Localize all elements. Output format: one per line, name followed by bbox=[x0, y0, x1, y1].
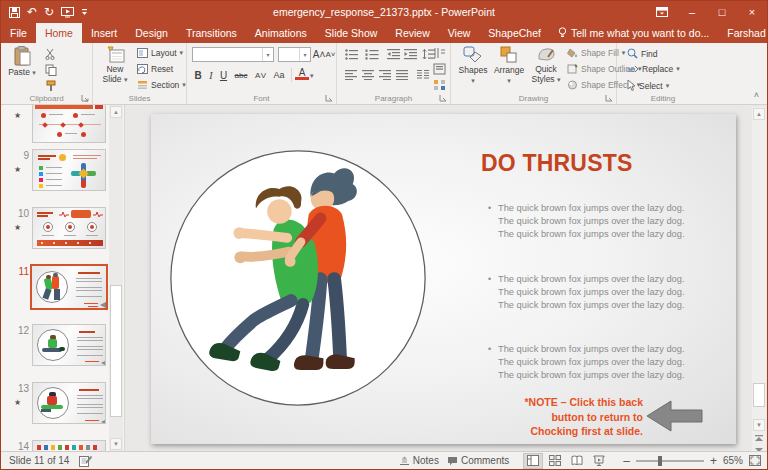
panel-scroll-up-button[interactable]: ▲ bbox=[110, 106, 122, 118]
font-name-dropdown[interactable]: ▾ bbox=[262, 48, 273, 61]
change-case-button[interactable]: Aa bbox=[271, 67, 287, 83]
align-left-icon[interactable] bbox=[345, 70, 357, 80]
section-button[interactable]: Section▾ bbox=[137, 80, 186, 90]
slide-title[interactable]: DO THRUSTS bbox=[481, 150, 736, 177]
fit-slide-to-window-button[interactable] bbox=[749, 455, 761, 466]
format-painter-button[interactable] bbox=[45, 80, 57, 92]
slideshow-view-button[interactable] bbox=[589, 453, 609, 469]
save-icon[interactable] bbox=[9, 7, 20, 18]
columns-icon[interactable] bbox=[417, 70, 429, 80]
zoom-slider-thumb[interactable] bbox=[658, 456, 662, 466]
text-direction-icon[interactable] bbox=[433, 47, 446, 59]
find-button[interactable]: Find bbox=[627, 48, 658, 59]
thumbnail-slide-13[interactable] bbox=[32, 382, 106, 424]
minimize-button[interactable]: – bbox=[677, 1, 707, 23]
zoom-out-button[interactable]: – bbox=[623, 454, 630, 468]
scroll-down-button[interactable]: ▼ bbox=[753, 419, 765, 431]
notes-button[interactable]: Notes bbox=[399, 455, 439, 466]
replace-button[interactable]: ab Replace▾ bbox=[627, 64, 680, 74]
signed-in-user[interactable]: Farshad Iqbal bbox=[717, 23, 768, 43]
tab-shapechef[interactable]: ShapeChef bbox=[479, 23, 550, 43]
tab-insert[interactable]: Insert bbox=[82, 23, 126, 43]
panel-scrollbar-thumb[interactable] bbox=[110, 285, 122, 417]
tab-transitions[interactable]: Transitions bbox=[177, 23, 246, 43]
tell-me-box[interactable]: Tell me what you want to do... bbox=[550, 23, 717, 43]
quick-styles-button[interactable]: Quick Styles ▾ bbox=[529, 45, 563, 84]
decrease-indent-icon[interactable] bbox=[387, 49, 400, 60]
cut-button[interactable] bbox=[45, 48, 57, 60]
bullet-group-3[interactable]: • The quick brown fox jumps over the laz… bbox=[488, 343, 733, 382]
decrease-font-size-button[interactable]: A˅ bbox=[325, 46, 336, 62]
new-slide-button[interactable]: New Slide ▾ bbox=[99, 45, 131, 84]
font-color-dropdown[interactable]: ▾ bbox=[310, 72, 314, 80]
font-size-dropdown[interactable]: ▾ bbox=[299, 48, 310, 61]
justify-icon[interactable] bbox=[396, 70, 408, 80]
tab-slideshow[interactable]: Slide Show bbox=[316, 23, 387, 43]
reading-view-button[interactable] bbox=[567, 453, 587, 469]
ribbon-display-options-button[interactable] bbox=[647, 1, 677, 23]
back-arrow-button[interactable] bbox=[647, 400, 703, 432]
underline-button[interactable]: U bbox=[218, 67, 229, 83]
font-size-combobox[interactable]: ▾ bbox=[278, 47, 311, 62]
character-spacing-button[interactable]: AV bbox=[253, 67, 269, 83]
clipboard-dialog-launcher[interactable] bbox=[81, 94, 89, 102]
start-slideshow-icon[interactable] bbox=[61, 7, 74, 18]
collapse-ribbon-button[interactable]: ˄ bbox=[754, 90, 759, 100]
zoom-slider[interactable] bbox=[636, 460, 704, 462]
scroll-up-button[interactable]: ▲ bbox=[753, 108, 765, 120]
heimlich-illustration[interactable] bbox=[166, 146, 430, 410]
select-button[interactable]: Select▾ bbox=[627, 80, 669, 91]
redo-icon[interactable]: ↻ bbox=[44, 6, 54, 18]
customize-qat-icon[interactable] bbox=[81, 8, 88, 17]
zoom-in-button[interactable]: + bbox=[710, 454, 717, 468]
thumbnail-slide-14[interactable] bbox=[32, 440, 106, 451]
comments-button[interactable]: Comments bbox=[447, 455, 509, 466]
tab-file[interactable]: File bbox=[1, 23, 36, 43]
tab-view[interactable]: View bbox=[439, 23, 480, 43]
strikethrough-button[interactable]: abc bbox=[231, 67, 251, 83]
convert-smartart-icon[interactable] bbox=[433, 79, 446, 91]
spell-check-icon[interactable] bbox=[79, 455, 92, 467]
shapes-button[interactable]: Shapes ▾ bbox=[457, 45, 489, 85]
layout-button[interactable]: Layout▾ bbox=[137, 48, 183, 58]
slide-sorter-view-button[interactable] bbox=[545, 453, 565, 469]
reset-button[interactable]: Reset bbox=[137, 64, 173, 74]
font-dialog-launcher[interactable] bbox=[325, 94, 333, 102]
italic-button[interactable]: I bbox=[206, 67, 216, 83]
zoom-level[interactable]: 65% bbox=[723, 455, 743, 466]
increase-indent-icon[interactable] bbox=[404, 49, 417, 60]
tab-animations[interactable]: Animations bbox=[246, 23, 316, 43]
tab-review[interactable]: Review bbox=[386, 23, 438, 43]
bullets-icon[interactable] bbox=[345, 49, 359, 60]
arrange-button[interactable]: Arrange ▾ bbox=[491, 45, 527, 85]
paste-button[interactable]: Paste ▾ bbox=[6, 45, 38, 78]
align-right-icon[interactable] bbox=[379, 70, 391, 80]
close-button[interactable]: × bbox=[737, 1, 767, 23]
bullet-group-2[interactable]: • The quick brown fox jumps over the laz… bbox=[488, 273, 733, 312]
thumbnail-slide-12[interactable] bbox=[32, 324, 106, 366]
slide-canvas[interactable]: DO THRUSTS • The quick brown fox jumps o… bbox=[151, 114, 736, 444]
numbering-icon[interactable] bbox=[365, 49, 379, 60]
bullet-group-1[interactable]: • The quick brown fox jumps over the laz… bbox=[488, 202, 733, 241]
tab-design[interactable]: Design bbox=[126, 23, 177, 43]
paragraph-dialog-launcher[interactable] bbox=[439, 94, 447, 102]
panel-scroll-down-button[interactable]: ▼ bbox=[110, 438, 122, 450]
font-color-button[interactable]: A bbox=[295, 67, 309, 80]
font-name-combobox[interactable]: ▾ bbox=[192, 47, 274, 62]
normal-view-button[interactable] bbox=[523, 453, 543, 469]
align-text-icon[interactable] bbox=[433, 63, 446, 75]
increase-font-size-button[interactable]: A˄ bbox=[313, 46, 325, 62]
copy-button[interactable] bbox=[45, 64, 57, 76]
thumbnail-slide-10[interactable] bbox=[32, 207, 106, 249]
bold-button[interactable]: B bbox=[192, 67, 204, 83]
undo-icon[interactable]: ↶ bbox=[27, 6, 37, 18]
thumbnail-panel-scrollbar[interactable]: ▲ ▼ bbox=[109, 105, 123, 451]
scrollbar-thumb[interactable] bbox=[753, 383, 765, 407]
align-center-icon[interactable] bbox=[362, 70, 374, 80]
slide-scrollbar[interactable]: ▲ ▼ bbox=[752, 107, 766, 451]
tab-home[interactable]: Home bbox=[36, 23, 82, 43]
thumbnail-slide-8[interactable] bbox=[32, 105, 106, 143]
thumbnail-slide-11[interactable] bbox=[30, 264, 108, 310]
note-text[interactable]: *NOTE – Click this back button to return… bbox=[509, 395, 643, 439]
thumbnail-slide-9[interactable] bbox=[32, 149, 106, 191]
